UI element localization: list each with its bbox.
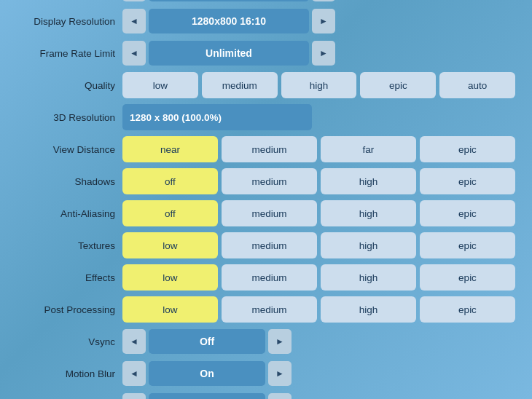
view-distance-row: View Distance near medium far epic [17,135,515,163]
quality-option-low[interactable]: low [122,72,198,98]
frame-rate-label: Frame Rate Limit [17,48,122,59]
window-mode-value: Fullscreen [149,0,309,1]
shadows-epic[interactable]: epic [420,168,515,194]
textures-row: Textures low medium high epic [17,232,515,259]
shadows-label: Shadows [17,176,122,187]
settings-panel: Window Mode ◄ Fullscreen ► Display Resol… [11,0,521,399]
display-resolution-row: Display Resolution ◄ 1280x800 16:10 ► [17,7,515,35]
motion-blur-control: ◄ On ► [122,361,515,386]
quality-option-medium[interactable]: medium [202,72,278,98]
effects-options: low medium high epic [122,264,515,291]
show-fps-row: Show FPS ◄ On ► [17,392,515,399]
textures-medium[interactable]: medium [222,232,317,258]
display-resolution-left[interactable]: ◄ [122,9,146,33]
anti-aliasing-medium[interactable]: medium [222,200,317,226]
resolution-3d-row: 3D Resolution 1280 x 800 (100.0%) [17,103,515,131]
post-processing-options: low medium high epic [122,296,515,323]
frame-rate-row: Frame Rate Limit ◄ Unlimited ► [17,39,515,67]
vsync-row: Vsync ◄ Off ► [17,328,515,355]
post-processing-row: Post Processing low medium high epic [17,296,515,323]
view-distance-label: View Distance [17,144,122,155]
effects-row: Effects low medium high epic [17,264,515,291]
quality-option-epic[interactable]: epic [360,72,436,98]
vsync-label: Vsync [17,336,122,347]
display-resolution-control: ◄ 1280x800 16:10 ► [122,9,515,33]
window-mode-left[interactable]: ◄ [122,0,146,1]
post-processing-medium[interactable]: medium [222,296,317,323]
resolution-3d-label: 3D Resolution [17,112,122,123]
motion-blur-label: Motion Blur [17,368,122,379]
frame-rate-left[interactable]: ◄ [122,41,146,66]
motion-blur-right[interactable]: ► [268,361,292,386]
shadows-options: off medium high epic [122,168,515,194]
quality-row: Quality low medium high epic auto [17,71,515,99]
textures-high[interactable]: high [321,232,416,258]
effects-epic[interactable]: epic [420,264,515,291]
view-distance-options: near medium far epic [122,136,515,162]
vsync-left[interactable]: ◄ [122,329,146,354]
anti-aliasing-label: Anti-Aliasing [17,208,122,219]
textures-epic[interactable]: epic [420,232,515,258]
view-distance-far[interactable]: far [321,136,416,162]
display-resolution-value: 1280x800 16:10 [149,9,309,33]
textures-options: low medium high epic [122,232,515,258]
show-fps-right[interactable]: ► [268,393,292,399]
show-fps-control: ◄ On ► [122,393,515,399]
motion-blur-left[interactable]: ◄ [122,361,146,386]
anti-aliasing-epic[interactable]: epic [420,200,515,226]
post-processing-label: Post Processing [17,304,122,315]
motion-blur-value: On [149,361,265,386]
window-mode-control: ◄ Fullscreen ► [122,0,515,1]
display-resolution-right[interactable]: ► [312,9,335,33]
shadows-high[interactable]: high [321,168,416,194]
window-mode-row: Window Mode ◄ Fullscreen ► [17,0,515,3]
shadows-medium[interactable]: medium [222,168,317,194]
quality-label: Quality [17,80,122,91]
quality-options: low medium high epic auto [122,72,515,98]
effects-high[interactable]: high [321,264,416,291]
frame-rate-control: ◄ Unlimited ► [122,41,515,66]
effects-label: Effects [17,272,122,283]
vsync-value: Off [149,329,265,354]
anti-aliasing-high[interactable]: high [321,200,416,226]
quality-option-auto[interactable]: auto [439,72,515,98]
anti-aliasing-options: off medium high epic [122,200,515,226]
post-processing-high[interactable]: high [321,296,416,323]
quality-option-high[interactable]: high [281,72,357,98]
view-distance-medium[interactable]: medium [222,136,317,162]
view-distance-epic[interactable]: epic [420,136,515,162]
show-fps-left[interactable]: ◄ [122,393,146,399]
anti-aliasing-off[interactable]: off [122,200,218,226]
post-processing-epic[interactable]: epic [420,296,515,323]
display-resolution-label: Display Resolution [17,16,122,27]
vsync-control: ◄ Off ► [122,329,515,354]
effects-medium[interactable]: medium [222,264,317,291]
shadows-off[interactable]: off [122,168,218,194]
textures-low[interactable]: low [122,232,218,258]
frame-rate-value: Unlimited [149,41,309,66]
view-distance-near[interactable]: near [122,136,218,162]
frame-rate-right[interactable]: ► [312,41,335,66]
vsync-right[interactable]: ► [268,329,292,354]
post-processing-low[interactable]: low [122,296,218,323]
anti-aliasing-row: Anti-Aliasing off medium high epic [17,200,515,227]
textures-label: Textures [17,240,122,251]
resolution-3d-value: 1280 x 800 (100.0%) [122,104,312,130]
motion-blur-row: Motion Blur ◄ On ► [17,360,515,387]
show-fps-value: On [149,393,265,399]
window-mode-right[interactable]: ► [312,0,335,1]
shadows-row: Shadows off medium high epic [17,167,515,195]
effects-low[interactable]: low [122,264,218,291]
